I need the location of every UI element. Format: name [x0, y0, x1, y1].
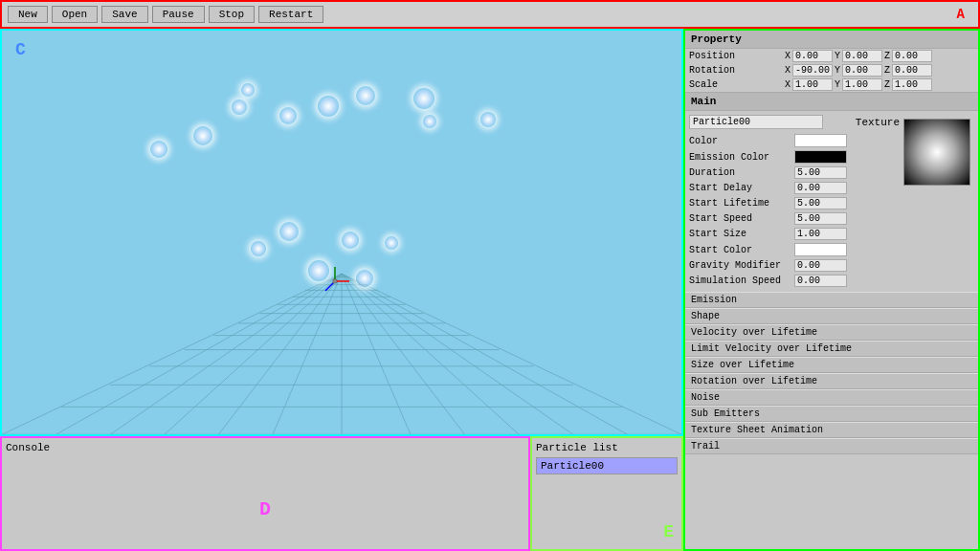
particle — [423, 115, 436, 128]
start-lifetime-input[interactable] — [794, 197, 847, 209]
collapsible-section-4[interactable]: Size over Lifetime — [685, 357, 978, 373]
pause-button[interactable]: Pause — [152, 6, 205, 23]
collapsible-section-7[interactable]: Sub Emitters — [685, 406, 978, 422]
position-z-input[interactable] — [892, 50, 932, 62]
console-section-label: D — [259, 498, 271, 520]
particle — [342, 231, 359, 249]
svg-line-24 — [342, 274, 519, 434]
simulation-speed-row: Simulation Speed — [689, 274, 974, 288]
viewport-section-label: C — [15, 40, 26, 59]
particle — [356, 270, 373, 287]
console-panel: Console D — [0, 436, 530, 551]
position-row: Position X Y Z — [685, 49, 978, 63]
particle-list-panel: Particle list Particle00 E — [530, 436, 683, 551]
particle — [279, 222, 299, 241]
particle-list-section-label: E — [663, 522, 674, 541]
property-panel: Property Position X Y Z Rotation X — [683, 29, 980, 551]
svg-line-15 — [2, 274, 342, 434]
collapsible-section-0[interactable]: Emission — [685, 292, 978, 308]
scale-y-input[interactable] — [842, 78, 882, 91]
particle-list-item[interactable]: Particle00 — [536, 457, 678, 474]
color-swatch[interactable] — [794, 134, 847, 147]
collapsible-section-2[interactable]: Velocity over Lifetime — [685, 324, 978, 341]
axis-indicator — [316, 262, 354, 300]
gravity-input[interactable] — [794, 259, 847, 272]
position-y-input[interactable] — [842, 50, 882, 62]
main-section-content: Texture Color Emission Color Durati — [685, 111, 978, 292]
position-y-label: Y — [835, 51, 840, 61]
particle — [385, 236, 398, 250]
scale-z-input[interactable] — [892, 78, 932, 91]
scale-label: Scale — [689, 79, 785, 90]
scale-x-input[interactable] — [792, 78, 833, 91]
collapsible-section-1[interactable]: Shape — [685, 308, 978, 324]
stop-button[interactable]: Stop — [209, 6, 255, 23]
open-button[interactable]: Open — [52, 6, 98, 23]
scale-y-label: Y — [835, 79, 840, 90]
toolbar: New Open Save Pause Stop Restart A — [0, 0, 980, 29]
scale-axis-group: X Y Z — [785, 78, 974, 91]
simulation-speed-label: Simulation Speed — [689, 276, 794, 286]
emission-color-swatch[interactable] — [794, 150, 847, 164]
svg-line-27 — [342, 274, 681, 434]
rotation-y-input[interactable] — [842, 64, 882, 77]
position-label: Position — [689, 51, 785, 61]
position-x-label: X — [785, 51, 791, 61]
simulation-speed-input[interactable] — [794, 275, 847, 287]
rotation-z-input[interactable] — [892, 64, 932, 77]
collapsible-section-5[interactable]: Rotation over Lifetime — [685, 373, 978, 389]
gravity-label: Gravity Modifier — [689, 260, 794, 271]
particle — [279, 107, 297, 124]
start-delay-label: Start Delay — [689, 183, 794, 193]
svg-rect-31 — [333, 279, 337, 283]
start-speed-label: Start Speed — [689, 213, 794, 224]
collapsible-section-8[interactable]: Texture Sheet Animation — [685, 422, 978, 438]
start-lifetime-row: Start Lifetime — [689, 196, 974, 210]
start-size-input[interactable] — [794, 228, 847, 240]
scale-z-label: Z — [884, 79, 890, 90]
particle — [251, 241, 266, 256]
texture-inner — [904, 120, 969, 185]
collapsible-section-6[interactable]: Noise — [685, 389, 978, 406]
particle-name-input[interactable] — [689, 115, 823, 129]
duration-input[interactable] — [794, 166, 847, 179]
start-speed-row: Start Speed — [689, 211, 974, 226]
svg-line-23 — [342, 274, 465, 434]
new-button[interactable]: New — [8, 6, 48, 23]
particle — [480, 112, 496, 127]
particle — [150, 141, 167, 158]
start-delay-input[interactable] — [794, 182, 847, 194]
start-color-swatch[interactable] — [794, 243, 847, 256]
rotation-x-label: X — [785, 65, 791, 76]
particle — [318, 96, 339, 117]
texture-preview — [903, 119, 970, 186]
svg-line-16 — [56, 274, 342, 434]
rotation-axis-group: X Y Z — [785, 64, 974, 77]
gravity-row: Gravity Modifier — [689, 258, 974, 273]
restart-button[interactable]: Restart — [258, 6, 323, 23]
console-label: Console — [6, 442, 524, 453]
main-section-header: Main — [685, 92, 978, 111]
save-button[interactable]: Save — [101, 6, 147, 23]
particle — [241, 83, 255, 97]
collapsible-section-9[interactable]: Trail — [685, 438, 978, 454]
rotation-x-input[interactable] — [792, 64, 833, 77]
start-lifetime-label: Start Lifetime — [689, 198, 794, 209]
main-area: C — [0, 29, 980, 551]
color-label: Color — [689, 136, 794, 146]
position-x-input[interactable] — [792, 50, 833, 62]
particle — [413, 88, 434, 109]
start-size-label: Start Size — [689, 229, 794, 239]
particle — [193, 126, 212, 145]
emission-color-label: Emission Color — [689, 152, 794, 163]
scale-x-label: X — [785, 79, 791, 90]
rotation-label: Rotation — [689, 65, 785, 76]
toolbar-section-label: A — [957, 7, 965, 22]
position-z-label: Z — [884, 51, 890, 61]
property-panel-title: Property — [685, 31, 978, 49]
grid — [2, 192, 681, 434]
start-speed-input[interactable] — [794, 212, 847, 225]
viewport[interactable]: C — [0, 29, 683, 436]
collapsible-section-3[interactable]: Limit Velocity over Lifetime — [685, 341, 978, 357]
particle-list-label: Particle list — [536, 442, 678, 453]
